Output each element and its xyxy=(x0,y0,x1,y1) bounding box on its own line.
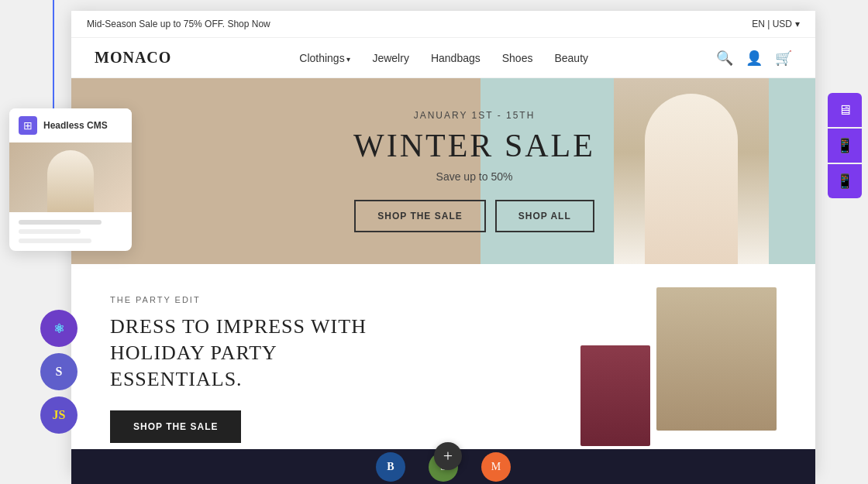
logo[interactable]: MONACO xyxy=(95,49,171,67)
mobile-icon: 📱 xyxy=(836,173,853,190)
nav-item-handbags[interactable]: Handbags xyxy=(431,51,480,65)
navigation: MONACO Clothings Jewelry Handbags Shoes … xyxy=(71,38,815,78)
nav-item-shoes[interactable]: Shoes xyxy=(502,51,533,65)
magento-label: M xyxy=(491,461,501,473)
cms-bar-3 xyxy=(19,239,91,243)
cms-header: ⊞ Headless CMS xyxy=(9,108,132,142)
nav-links: Clothings Jewelry Handbags Shoes Beauty xyxy=(299,51,588,65)
nav-link-handbags[interactable]: Handbags xyxy=(431,52,480,64)
announcement-bar: Mid-Season Sale up to 75% OFF. Shop Now … xyxy=(71,11,815,38)
mobile-view-button[interactable]: 📱 xyxy=(828,164,862,198)
cms-icon: ⊞ xyxy=(19,116,37,135)
nav-link-shoes[interactable]: Shoes xyxy=(502,52,533,64)
nav-link-beauty[interactable]: Beauty xyxy=(554,52,588,64)
tablet-view-button[interactable]: 📱 xyxy=(828,129,862,163)
hero-date: JANUARY 1ST - 15TH xyxy=(133,110,815,121)
nav-link-jewelry[interactable]: Jewelry xyxy=(372,52,408,64)
left-accent-line xyxy=(53,0,54,124)
hero-title: WINTER SALE xyxy=(133,127,815,164)
website-preview: Mid-Season Sale up to 75% OFF. Shop Now … xyxy=(71,11,815,474)
magento-icon[interactable]: M xyxy=(481,452,511,482)
party-images xyxy=(580,287,777,431)
shop-all-button[interactable]: SHOP ALL xyxy=(495,200,594,232)
plus-icon: + xyxy=(443,446,453,466)
bigcommerce-icon[interactable]: B xyxy=(376,452,405,482)
party-image-1 xyxy=(580,345,650,446)
desktop-icon: 🖥 xyxy=(838,102,852,118)
bigcommerce-label: B xyxy=(387,461,394,473)
nav-icons: 🔍 👤 🛒 xyxy=(716,50,792,67)
party-label: THE PARTY EDIT xyxy=(110,295,565,304)
nav-item-beauty[interactable]: Beauty xyxy=(554,51,588,65)
cms-thumbnail xyxy=(9,142,132,212)
javascript-icon[interactable]: JS xyxy=(40,396,78,434)
chevron-down-icon: ▾ xyxy=(795,19,800,29)
party-heading: DRESS TO IMPRESS WITH HOLIDAY PARTY ESSE… xyxy=(110,314,405,392)
lang-text: EN | USD xyxy=(752,19,792,29)
nav-item-jewelry[interactable]: Jewelry xyxy=(372,51,408,65)
tech-panel: ⚛ S JS xyxy=(40,310,78,434)
plus-button[interactable]: + xyxy=(434,442,462,470)
party-section: THE PARTY EDIT DRESS TO IMPRESS WITH HOL… xyxy=(71,264,815,466)
hero-buttons: SHOP THE SALE SHOP ALL xyxy=(133,200,815,232)
party-text: THE PARTY EDIT DRESS TO IMPRESS WITH HOL… xyxy=(110,287,565,443)
cms-title: Headless CMS xyxy=(43,120,108,131)
hero-banner: JANUARY 1ST - 15TH WINTER SALE Save up t… xyxy=(71,78,815,264)
shop-sale-button[interactable]: SHOP THE SALE xyxy=(354,200,485,232)
account-icon[interactable]: 👤 xyxy=(746,50,763,67)
party-shop-sale-button[interactable]: SHOP THE SALE xyxy=(110,410,241,443)
cms-thumb-figure xyxy=(47,150,94,212)
announcement-text: Mid-Season Sale up to 75% OFF. Shop Now xyxy=(87,19,270,29)
hero-subtitle: Save up to 50% xyxy=(133,170,815,183)
layers-icon: ⊞ xyxy=(23,119,33,132)
desktop-view-button[interactable]: 🖥 xyxy=(828,93,862,127)
cms-panel: ⊞ Headless CMS xyxy=(9,108,132,251)
language-selector[interactable]: EN | USD ▾ xyxy=(752,19,800,29)
cms-bar-1 xyxy=(19,220,102,225)
hero-content: JANUARY 1ST - 15TH WINTER SALE Save up t… xyxy=(71,110,815,232)
nav-link-clothings[interactable]: Clothings xyxy=(299,52,350,64)
cms-bar-2 xyxy=(19,229,81,234)
party-image-2 xyxy=(656,287,777,431)
cms-content xyxy=(9,212,132,251)
react-icon[interactable]: ⚛ xyxy=(40,310,78,347)
stripe-icon[interactable]: S xyxy=(40,353,78,390)
tablet-icon: 📱 xyxy=(836,137,853,154)
nav-item-clothings[interactable]: Clothings xyxy=(299,51,350,65)
right-sidebar: 🖥 📱 📱 xyxy=(828,93,862,198)
search-icon[interactable]: 🔍 xyxy=(716,50,733,67)
cart-icon[interactable]: 🛒 xyxy=(775,50,792,67)
